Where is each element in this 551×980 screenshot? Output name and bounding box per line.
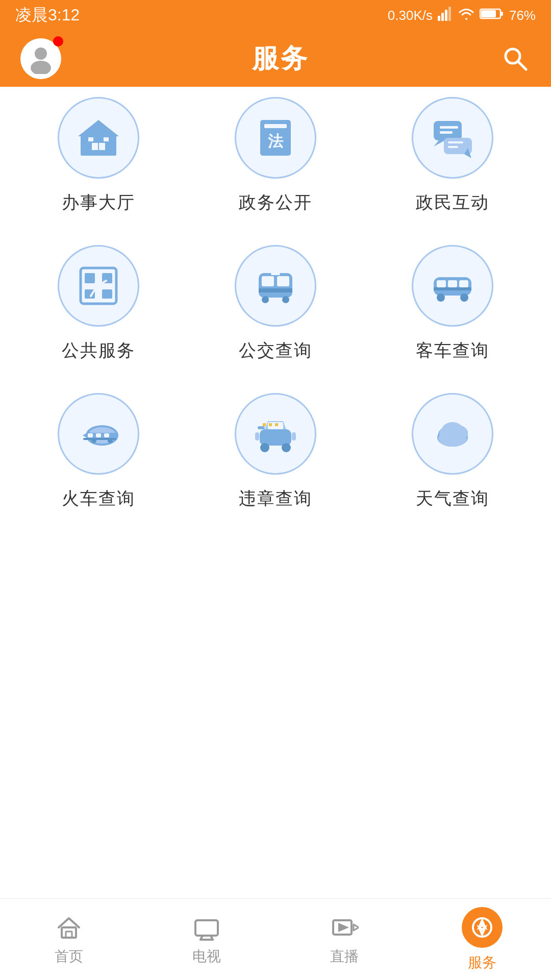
service-item-weather-query[interactable]: 天气查询 <box>374 393 531 510</box>
svg-marker-12 <box>78 120 119 136</box>
service-item-coach-query[interactable]: 客车查询 <box>374 245 531 362</box>
svg-rect-0 <box>438 16 440 21</box>
tv-nav-icon <box>192 913 221 942</box>
svg-rect-1 <box>441 13 444 21</box>
gov-public-label: 政务公开 <box>239 191 312 214</box>
train-query-label: 火车查询 <box>62 487 135 510</box>
svg-rect-64 <box>258 426 265 429</box>
bottom-nav: 首页 电视 直播 服务 <box>0 898 551 980</box>
svg-marker-86 <box>479 927 485 935</box>
service-item-violation-query[interactable]: 违章查询 <box>197 393 354 510</box>
violation-query-label: 违章查询 <box>239 487 312 510</box>
coach-query-label: 客车查询 <box>416 339 489 362</box>
svg-point-37 <box>262 296 269 303</box>
svg-marker-21 <box>434 140 445 146</box>
train-query-icon-circle <box>58 393 139 475</box>
service-item-bus-query[interactable]: 公交查询 <box>197 245 354 362</box>
svg-rect-2 <box>445 10 447 21</box>
signal-icon <box>438 7 453 24</box>
svg-rect-56 <box>104 433 109 437</box>
svg-rect-77 <box>195 920 218 936</box>
header: 服务 <box>0 31 551 87</box>
wifi-icon <box>458 7 474 24</box>
nav-item-service[interactable]: 服务 <box>413 907 551 972</box>
home-nav-icon <box>55 913 83 942</box>
svg-rect-34 <box>262 276 274 286</box>
avatar-button[interactable] <box>20 38 61 79</box>
svg-rect-6 <box>481 10 496 17</box>
svg-rect-67 <box>275 423 278 426</box>
tv-nav-label: 电视 <box>192 947 221 966</box>
public-service-label: 公共服务 <box>62 339 135 362</box>
svg-rect-54 <box>88 433 93 437</box>
svg-rect-41 <box>437 280 446 287</box>
services-grid: 办事大厅 法 政务公开 政民互动 <box>0 87 551 521</box>
svg-rect-42 <box>448 280 457 287</box>
chat-icon <box>430 115 475 161</box>
service-item-gov-interaction[interactable]: 政民互动 <box>374 97 531 214</box>
building-icon <box>76 115 121 161</box>
nav-item-tv[interactable]: 电视 <box>138 913 276 966</box>
svg-line-10 <box>518 62 526 69</box>
svg-point-38 <box>282 296 289 303</box>
svg-rect-35 <box>277 276 289 286</box>
law-icon: 法 <box>253 115 298 161</box>
chart-icon <box>76 263 121 309</box>
service-item-office-hall[interactable]: 办事大厅 <box>20 97 177 214</box>
svg-point-7 <box>35 47 47 60</box>
live-nav-icon <box>330 913 359 942</box>
svg-rect-66 <box>269 423 272 426</box>
battery-percent: 76% <box>509 8 536 23</box>
service-nav-label: 服务 <box>468 953 496 972</box>
svg-point-74 <box>438 430 467 447</box>
gov-interaction-icon-circle <box>412 97 493 179</box>
gov-public-icon-circle: 法 <box>235 97 316 179</box>
public-service-icon-circle <box>58 245 139 327</box>
status-icons: 0.30K/s 76% <box>388 7 536 24</box>
bus-query-icon-circle <box>235 245 316 327</box>
svg-marker-83 <box>339 924 346 930</box>
svg-text:法: 法 <box>268 133 284 150</box>
home-nav-label: 首页 <box>55 947 83 966</box>
compass-nav-icon <box>470 915 494 940</box>
svg-rect-36 <box>259 288 292 292</box>
svg-rect-65 <box>263 423 266 426</box>
svg-point-44 <box>437 293 445 302</box>
svg-rect-22 <box>440 126 458 129</box>
taxi-icon <box>253 411 298 457</box>
network-speed: 0.30K/s <box>388 8 433 23</box>
svg-marker-82 <box>354 924 359 930</box>
gov-interaction-label: 政民互动 <box>416 191 489 214</box>
svg-rect-27 <box>448 146 458 148</box>
service-nav-circle <box>462 907 503 948</box>
weather-query-label: 天气查询 <box>416 487 489 510</box>
svg-rect-13 <box>92 143 98 150</box>
svg-rect-20 <box>434 121 462 140</box>
svg-rect-15 <box>88 137 93 141</box>
violation-query-icon-circle <box>235 393 316 475</box>
svg-rect-32 <box>102 289 112 299</box>
svg-rect-16 <box>104 137 109 141</box>
search-button[interactable] <box>500 43 531 74</box>
svg-point-8 <box>31 61 51 74</box>
svg-point-60 <box>260 443 269 452</box>
status-bar: 凌晨3:12 0.30K/s 76% <box>0 0 551 31</box>
svg-rect-3 <box>448 7 451 21</box>
nav-item-home[interactable]: 首页 <box>0 913 138 966</box>
coach-query-icon-circle <box>412 245 493 327</box>
svg-rect-5 <box>500 12 503 16</box>
status-time: 凌晨3:12 <box>15 4 80 27</box>
service-item-gov-public[interactable]: 法 政务公开 <box>197 97 354 214</box>
svg-rect-11 <box>81 135 116 156</box>
office-hall-icon-circle <box>58 97 139 179</box>
svg-rect-75 <box>62 927 76 938</box>
svg-marker-85 <box>479 920 485 927</box>
svg-rect-43 <box>459 280 468 287</box>
service-item-public-service[interactable]: 公共服务 <box>20 245 177 362</box>
office-hall-label: 办事大厅 <box>62 191 135 214</box>
nav-item-live[interactable]: 直播 <box>276 913 413 966</box>
svg-rect-46 <box>434 287 471 290</box>
service-item-train-query[interactable]: 火车查询 <box>20 393 177 510</box>
page-title: 服务 <box>252 41 309 77</box>
coach-icon <box>430 263 475 309</box>
